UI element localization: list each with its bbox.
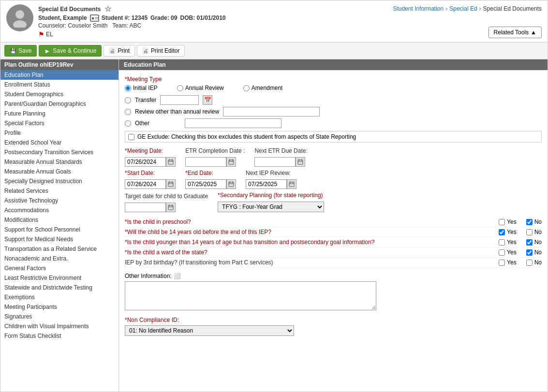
other-info-expand-icon[interactable]: ⬜ [174,273,181,279]
radio-initial-iep[interactable]: Initial IEP [125,85,158,91]
breadcrumb: Student Information › Special Ed › Speci… [393,5,542,12]
student-counselor: Counselor: Couselor Smith Team: ABC [38,22,542,29]
sidebar-item-extended-school-year[interactable]: Extended School Year [0,138,118,147]
meeting-date-picker-button[interactable] [166,157,176,167]
iep-birthday-no[interactable]: No [526,259,542,266]
preschool-yes[interactable]: Yes [499,218,517,225]
sidebar-item-lre[interactable]: Least Restrictive Environment [0,273,118,283]
radio-amendment-label: Amendment [252,85,283,91]
sidebar-item-form-status[interactable]: Form Status Checklist [0,331,118,341]
non-compliance-select[interactable]: 01: No Identified Reason [125,325,294,336]
radio-annual-review[interactable]: Annual Review [177,85,224,91]
sidebar-item-nonacademic[interactable]: Nonacademic and Extra. [0,254,118,263]
14years-yes[interactable]: Yes [499,229,517,235]
radio-review-other-input[interactable] [125,109,131,115]
other-info-textarea[interactable] [125,281,376,310]
ward-no-label: No [534,249,542,256]
next-etr-date-picker-button[interactable] [296,157,305,167]
sidebar-item-postsecondary[interactable]: Postsecondary Transition Services [0,147,118,157]
ward-yes-checkbox[interactable] [499,249,505,256]
preschool-no[interactable]: No [526,218,542,225]
preschool-no-checkbox[interactable] [526,219,533,225]
sidebar-item-modifications[interactable]: Modifications [0,215,118,225]
etr-completion-input[interactable] [185,157,226,167]
radio-transfer-input[interactable] [125,97,131,103]
favorite-star-icon[interactable]: ☆ [104,4,111,14]
ward-no[interactable]: No [526,249,542,256]
sidebar-item-special-factors[interactable]: Special Factors [0,118,118,128]
transfer-date-input[interactable] [160,95,199,105]
14years-no[interactable]: No [526,229,542,235]
print-button[interactable]: 🖨 Print [104,45,135,57]
sidebar-item-medical-needs[interactable]: Support for Medical Needs [0,234,118,244]
sidebar-item-enrollment-status[interactable]: Enrollment Status [0,80,118,89]
question-younger14-text: *Is the child younger than 14 years of a… [125,239,405,246]
radio-initial-iep-input[interactable] [125,85,131,91]
next-iep-date-picker-button[interactable] [287,179,296,189]
secondary-planning-select[interactable]: TFYG : Four-Year Grad [218,202,324,212]
svg-point-0 [15,10,24,19]
related-tools-button[interactable]: Related Tools ▲ [489,27,542,38]
transfer-date-picker-button[interactable]: 📅 [203,95,212,105]
iep-birthday-no-checkbox[interactable] [526,260,533,266]
14years-no-label: No [534,229,542,235]
next-iep-input[interactable] [246,179,287,189]
review-other-input[interactable] [223,107,320,116]
sidebar-item-school-personnel[interactable]: Support for School Personnel [0,225,118,234]
save-continue-button[interactable]: ▶ Save & Continue [39,45,102,57]
save-button[interactable]: 💾 Save [4,45,37,57]
print-editor-button[interactable]: 🖨 Print Editor [137,45,185,57]
iep-birthday-yes-checkbox[interactable] [499,260,505,266]
sidebar-item-signatures[interactable]: Signatures [0,312,118,321]
sidebar-item-parent-guardian[interactable]: Parent/Guardian Demographics [0,99,118,109]
younger14-no[interactable]: No [526,239,542,246]
breadcrumb-special-ed[interactable]: Special Ed [449,5,477,12]
sidebar-item-meeting-participants[interactable]: Meeting Participants [0,302,118,312]
sidebar-item-future-planning[interactable]: Future Planning [0,109,118,118]
end-date-picker-button[interactable] [226,179,236,189]
sidebar-item-measurable-goals[interactable]: Measurable Annual Goals [0,167,118,176]
end-date-input[interactable] [185,179,226,189]
14years-yes-checkbox[interactable] [499,229,505,235]
meeting-date-label: *Meeting Date: [125,147,176,154]
sidebar-item-accommodations[interactable]: Accommodations [0,205,118,215]
radio-other-input[interactable] [125,120,131,127]
sidebar-item-specially-designed[interactable]: Specially Designed Instruction [0,176,118,186]
ward-no-checkbox[interactable] [526,249,533,256]
target-grad-date-picker-button[interactable] [166,203,176,212]
calendar-icon-4 [168,181,174,187]
sidebar-item-profile[interactable]: Profile [0,128,118,138]
radio-amendment[interactable]: Amendment [243,85,283,91]
14years-no-checkbox[interactable] [526,229,533,235]
iep-birthday-yes[interactable]: Yes [499,259,517,266]
ward-yes[interactable]: Yes [499,249,517,256]
etr-completion-date-picker-button[interactable] [226,157,236,167]
next-etr-input[interactable] [254,157,296,167]
other-input[interactable] [185,118,281,128]
radio-annual-review-input[interactable] [177,85,183,91]
sidebar-item-measurable-standards[interactable]: Measurable Annual Standards [0,157,118,167]
sidebar-item-education-plan[interactable]: Education Plan [0,70,118,80]
meeting-date-input[interactable] [125,157,166,167]
target-grad-input[interactable] [125,203,166,212]
sidebar-item-statewide-testing[interactable]: Statewide and Districtwide Testing [0,283,118,292]
ge-exclude-checkbox[interactable] [128,134,134,140]
start-date-picker-button[interactable] [166,179,176,189]
preschool-yes-checkbox[interactable] [499,219,505,225]
younger14-no-checkbox[interactable] [526,239,533,246]
sidebar-item-student-demographics[interactable]: Student Demographics [0,89,118,99]
radio-amendment-input[interactable] [243,85,250,91]
sidebar-item-assistive-tech[interactable]: Assistive Technology [0,196,118,205]
sidebar-item-visual-impairments[interactable]: Children with Visual Impairments [0,321,118,331]
breadcrumb-student-info[interactable]: Student Information [393,5,444,12]
questions-section: *Is the child in preschool? Yes No [125,217,542,268]
start-date-input[interactable] [125,179,166,189]
sidebar-item-exemptions[interactable]: Exemptions [0,292,118,302]
younger14-yes[interactable]: Yes [499,239,517,246]
sidebar-item-general-factors[interactable]: General Factors [0,263,118,273]
id-card-icon[interactable] [90,15,99,21]
younger14-yes-checkbox[interactable] [499,239,505,246]
sidebar-item-transportation[interactable]: Transportation as a Related Service [0,244,118,254]
sidebar-item-related-services[interactable]: Related Services [0,186,118,196]
question-ward: *Is the child a ward of the state? Yes N… [125,247,542,258]
